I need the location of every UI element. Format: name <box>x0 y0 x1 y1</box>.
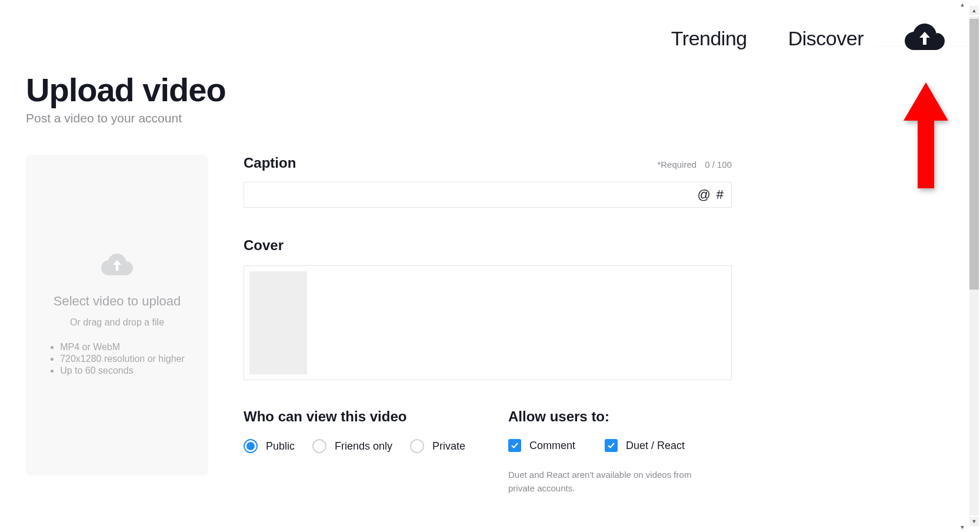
nav-trending[interactable]: Trending <box>671 27 747 50</box>
caption-input[interactable] <box>244 182 732 208</box>
radio-icon <box>244 439 258 453</box>
page-title: Upload video <box>26 71 732 109</box>
checkbox-icon <box>605 439 618 452</box>
scroll-down-button[interactable]: ▼ <box>969 517 979 526</box>
outer-scroll-up-icon: ▲ <box>958 0 967 9</box>
cloud-upload-icon <box>905 24 945 53</box>
video-upload-dropzone[interactable]: Select video to upload Or drag and drop … <box>26 155 208 476</box>
scrollbar-thumb[interactable] <box>969 19 979 290</box>
cloud-upload-gray-icon <box>101 254 133 277</box>
outer-scroll-down-icon: ▼ <box>958 523 967 532</box>
checkbox-icon <box>508 439 521 452</box>
mention-icon[interactable]: @ <box>697 187 710 202</box>
top-nav: Trending Discover <box>671 24 945 53</box>
radio-label: Friends only <box>335 440 392 453</box>
visibility-options: Public Friends only Private <box>244 439 508 453</box>
radio-icon <box>410 439 424 453</box>
checkbox-label: Comment <box>529 440 575 452</box>
main-content: Upload video Post a video to your accoun… <box>26 71 732 495</box>
allow-note: Duet and React aren't available on video… <box>508 468 708 495</box>
visibility-public[interactable]: Public <box>244 439 295 453</box>
cover-label: Cover <box>244 237 732 254</box>
upload-button[interactable] <box>905 24 945 53</box>
radio-label: Private <box>432 440 465 453</box>
allow-duet-react[interactable]: Duet / React <box>605 439 685 452</box>
upload-req-item: 720x1280 resolution or higher <box>60 354 185 364</box>
nav-discover[interactable]: Discover <box>788 27 864 50</box>
hashtag-icon[interactable]: # <box>716 187 724 202</box>
allow-heading: Allow users to: <box>508 408 732 425</box>
upload-req-item: Up to 60 seconds <box>60 365 185 376</box>
allow-comment[interactable]: Comment <box>508 439 575 452</box>
upload-drag-text: Or drag and drop a file <box>70 317 164 328</box>
caption-required: *Required <box>657 159 696 169</box>
caption-counter: 0 / 100 <box>705 159 732 169</box>
annotation-arrow-icon <box>902 82 949 188</box>
upload-title: Select video to upload <box>54 294 181 309</box>
radio-label: Public <box>266 440 295 453</box>
checkbox-label: Duet / React <box>626 440 685 452</box>
allow-options: Comment Duet / React <box>508 439 732 452</box>
page-subtitle: Post a video to your account <box>26 111 732 125</box>
cover-thumbnail[interactable] <box>249 271 307 374</box>
radio-icon <box>312 439 326 453</box>
cover-selector[interactable] <box>244 265 732 380</box>
svg-marker-0 <box>904 82 948 188</box>
visibility-friends[interactable]: Friends only <box>312 439 392 453</box>
upload-requirements: MP4 or WebM 720x1280 resolution or highe… <box>49 342 185 377</box>
visibility-heading: Who can view this video <box>244 408 508 425</box>
caption-label: Caption <box>244 155 296 171</box>
upload-req-item: MP4 or WebM <box>60 342 185 353</box>
visibility-private[interactable]: Private <box>410 439 465 453</box>
scroll-up-button[interactable]: ▲ <box>969 6 979 15</box>
